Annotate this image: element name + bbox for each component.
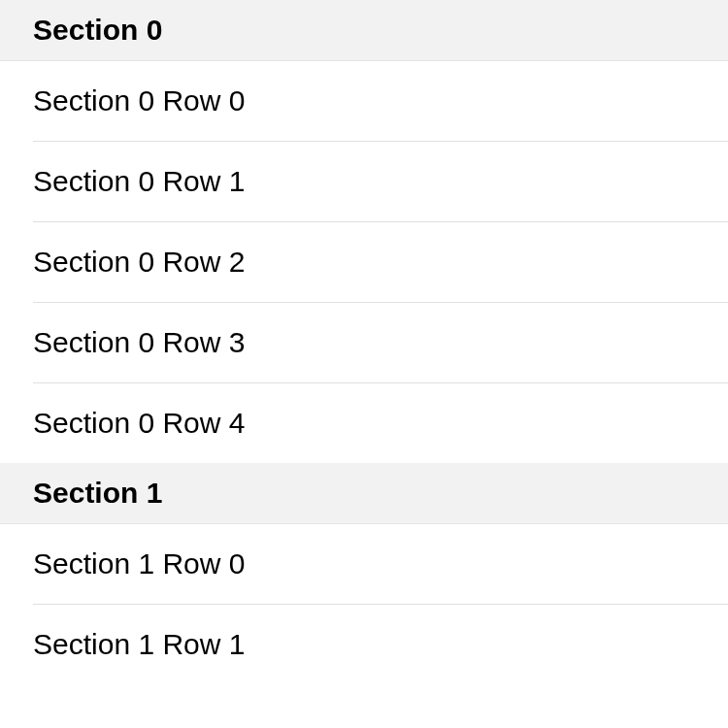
table-row[interactable]: Section 0 Row 4: [33, 383, 728, 463]
table-row-wrapper[interactable]: Section 0 Row 3: [0, 303, 728, 383]
table-row[interactable]: Section 0 Row 1: [33, 142, 728, 222]
table-view: Section 0 Section 0 Row 0 Section 0 Row …: [0, 0, 728, 684]
section-1: Section 1 Section 1 Row 0 Section 1 Row …: [0, 463, 728, 684]
table-row[interactable]: Section 1 Row 1: [33, 605, 728, 684]
table-row-wrapper[interactable]: Section 0 Row 0: [0, 61, 728, 142]
section-header-0: Section 0: [0, 0, 728, 61]
section-0: Section 0 Section 0 Row 0 Section 0 Row …: [0, 0, 728, 463]
table-row[interactable]: Section 0 Row 2: [33, 222, 728, 303]
table-row[interactable]: Section 0 Row 0: [33, 61, 728, 142]
table-row[interactable]: Section 1 Row 0: [33, 524, 728, 605]
table-row-wrapper[interactable]: Section 1 Row 0: [0, 524, 728, 605]
table-row-wrapper[interactable]: Section 0 Row 1: [0, 142, 728, 222]
section-header-1: Section 1: [0, 463, 728, 524]
table-row[interactable]: Section 0 Row 3: [33, 303, 728, 383]
table-row-wrapper[interactable]: Section 1 Row 1: [0, 605, 728, 684]
table-row-wrapper[interactable]: Section 0 Row 4: [0, 383, 728, 463]
table-row-wrapper[interactable]: Section 0 Row 2: [0, 222, 728, 303]
